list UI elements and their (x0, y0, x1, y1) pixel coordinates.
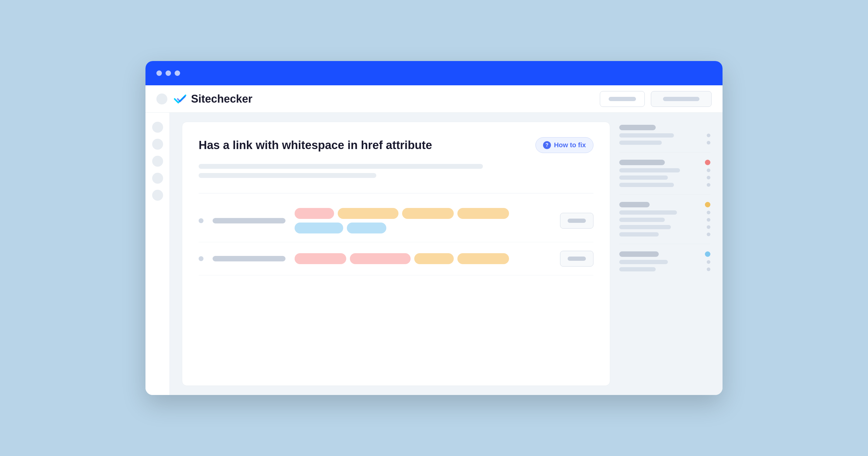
rs-row-3-4 (619, 232, 710, 236)
description-bars (198, 164, 593, 178)
rs-section-1 (619, 125, 710, 145)
panel-header: Has a link with whitespace in href attri… (198, 137, 593, 153)
rs-bar-1-1 (619, 133, 674, 137)
row-url-1 (213, 218, 285, 223)
rs-title-4 (619, 251, 659, 257)
logo-text: Sitechecker (191, 93, 252, 105)
browser-body: Sitechecker (146, 85, 722, 395)
table-row-1 (198, 199, 593, 242)
sidebar-item-4[interactable] (152, 173, 163, 184)
main-content: Has a link with whitespace in href attri… (170, 112, 722, 395)
sidebar-item-2[interactable] (152, 139, 163, 150)
rs-header-2 (619, 160, 710, 165)
how-to-fix-text: How to fix (554, 141, 586, 149)
action-btn-bar-2 (568, 257, 586, 261)
browser-dot-3 (175, 70, 180, 76)
rs-title-1 (619, 125, 656, 130)
toolbar-button-1[interactable] (600, 91, 645, 107)
toolbar-back-circle (156, 94, 167, 104)
desc-bar-1 (198, 164, 483, 169)
rs-small-dot-4-1 (707, 260, 710, 264)
tag-1-4 (457, 208, 509, 219)
rs-row-4-1 (619, 260, 710, 264)
tag-2-3 (414, 253, 454, 264)
browser-dot-1 (156, 70, 162, 76)
rs-header-3 (619, 202, 710, 207)
rs-small-dot-2-3 (707, 183, 710, 187)
panel-title: Has a link with whitespace in href attri… (198, 139, 432, 152)
rs-bar-3-4 (619, 232, 659, 236)
rs-row-2-2 (619, 175, 710, 180)
row-action-btn-1[interactable] (560, 213, 593, 229)
browser-titlebar (146, 61, 722, 85)
rs-small-dot-1-2 (707, 141, 710, 144)
how-to-fix-button[interactable]: ? How to fix (535, 137, 593, 153)
toolbar-btn-1-label (609, 97, 636, 101)
rs-small-dot-2-1 (707, 168, 710, 172)
table-row-2 (198, 242, 593, 275)
toolbar-button-2[interactable] (651, 91, 712, 107)
rs-small-dot-3-3 (707, 225, 710, 229)
tag-1-6 (347, 223, 386, 233)
browser-dot-2 (165, 70, 171, 76)
rs-small-dot-3-4 (707, 233, 710, 236)
rs-small-dot-4-2 (707, 267, 710, 271)
right-sidebar (619, 122, 710, 386)
tag-1-5 (294, 223, 343, 233)
content-panel: Has a link with whitespace in href attri… (182, 122, 610, 386)
rs-small-dot-1-1 (707, 134, 710, 137)
rs-divider-2 (619, 194, 710, 195)
browser-content: Has a link with whitespace in href attri… (146, 112, 722, 395)
tag-1-2 (338, 208, 399, 219)
divider-1 (198, 193, 593, 193)
rs-bar-4-2 (619, 267, 656, 271)
rs-bar-3-2 (619, 218, 665, 222)
rs-row-2-1 (619, 168, 710, 172)
rs-bar-3-3 (619, 225, 671, 229)
browser-dots (156, 70, 180, 76)
sidebar (146, 112, 170, 395)
row-url-2 (213, 256, 285, 261)
how-to-fix-icon: ? (543, 141, 551, 149)
rs-row-2-3 (619, 183, 710, 187)
rs-small-dot-3-1 (707, 211, 710, 214)
row-indicator-2 (198, 256, 204, 261)
rs-status-dot-yellow (705, 202, 710, 207)
rs-bar-3-1 (619, 210, 677, 215)
row-action-btn-2[interactable] (560, 251, 593, 266)
rs-status-dot-red (705, 160, 710, 165)
rs-bar-2-2 (619, 175, 668, 180)
rs-row-3-2 (619, 218, 710, 222)
tag-1-3 (402, 208, 454, 219)
rs-row-3-1 (619, 210, 710, 215)
rs-row-4-2 (619, 267, 710, 271)
sidebar-item-3[interactable] (152, 156, 163, 167)
rs-bar-1-2 (619, 140, 662, 145)
rs-row-1-1 (619, 133, 710, 137)
sidebar-item-1[interactable] (152, 122, 163, 133)
sidebar-item-5[interactable] (152, 190, 163, 201)
rs-divider-1 (619, 152, 710, 153)
rs-status-dot-blue (705, 251, 710, 257)
rs-section-2 (619, 160, 710, 187)
tag-1-1 (294, 208, 334, 219)
logo-check-icon (174, 94, 187, 104)
tag-2-1 (294, 253, 346, 264)
rs-row-1-2 (619, 140, 710, 145)
browser-toolbar: Sitechecker (146, 85, 722, 112)
rs-divider-3 (619, 244, 710, 244)
action-btn-bar-1 (568, 219, 586, 223)
row-tags-1 (294, 208, 551, 233)
rs-row-3-3 (619, 225, 710, 229)
rs-bar-2-1 (619, 168, 680, 172)
rs-header-4 (619, 251, 710, 257)
rs-title-2 (619, 160, 665, 165)
desc-bar-2 (198, 173, 376, 178)
toolbar-btn-2-label (663, 97, 700, 101)
rs-header-1 (619, 125, 710, 130)
rs-small-dot-2-2 (707, 176, 710, 180)
rs-bar-2-3 (619, 183, 674, 187)
rs-title-3 (619, 202, 650, 207)
rs-bar-4-1 (619, 260, 668, 264)
rs-section-3 (619, 202, 710, 236)
